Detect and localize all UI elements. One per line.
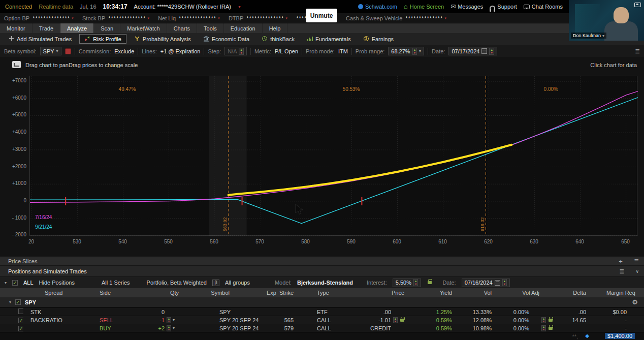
prob-mode-value[interactable]: ITM: [338, 48, 348, 54]
tab-scan[interactable]: Scan: [94, 23, 120, 33]
collapse-section-icon[interactable]: ∨: [635, 269, 639, 274]
column-header-side[interactable]: Side: [84, 290, 135, 296]
table-row[interactable]: STK0SPYETF.001.25%13.33%0.00%.00$0.00: [0, 308, 644, 316]
symbol-link-icon[interactable]: [65, 48, 71, 54]
chart-settings-icon[interactable]: [12, 61, 21, 68]
tab-education[interactable]: Education: [224, 23, 263, 33]
subtab-add-simulated-trades[interactable]: Add Simulated Trades: [4, 34, 76, 44]
subtab-fundamentals[interactable]: Fundamentals: [302, 34, 356, 44]
account-dropdown-icon[interactable]: ▼: [238, 5, 241, 9]
tab-tools[interactable]: Tools: [197, 23, 224, 33]
all-checkbox[interactable]: ✓: [12, 280, 18, 286]
column-header-type[interactable]: Type: [306, 290, 335, 296]
support-button[interactable]: Support: [490, 4, 517, 10]
positions-menu-icon[interactable]: ≣: [619, 268, 624, 275]
subtab-risk-profile[interactable]: Risk Profile: [79, 34, 126, 44]
gear-icon[interactable]: ⚙: [632, 298, 638, 306]
model-select[interactable]: Bjerksund-Stensland: [297, 280, 353, 286]
reveal-balance-icon[interactable]: ▼: [444, 17, 447, 20]
stepper[interactable]: ▲▼: [393, 317, 398, 323]
messages-button[interactable]: ✉Messages: [450, 3, 483, 10]
portfolio-mode-button[interactable]: Portfolio, Beta Weighted: [147, 280, 207, 286]
lock-icon[interactable]: [428, 281, 432, 284]
lock-icon[interactable]: [400, 319, 404, 322]
subtab-economic-data[interactable]: Economic Data: [199, 34, 254, 44]
panel-menu-icon[interactable]: ≣: [635, 48, 640, 55]
hide-positions-button[interactable]: Hide Positions: [39, 280, 75, 286]
add-price-slice-icon[interactable]: +: [619, 258, 623, 265]
symbol-group-row[interactable]: ▾ ✓ SPY ⚙: [0, 297, 644, 307]
column-header-symbol[interactable]: Symbol: [184, 290, 231, 296]
step-input[interactable]: N/A▲▼: [224, 47, 247, 55]
commission-value[interactable]: Exclude: [114, 48, 134, 54]
stepper[interactable]: ▲▼: [541, 325, 546, 331]
reveal-balance-icon[interactable]: ▼: [147, 17, 150, 20]
risk-profile-chart[interactable]: 563.02619.32: [30, 76, 638, 236]
stepper[interactable]: ▲▼: [412, 48, 417, 55]
schwab-link[interactable]: Schwab.com: [358, 4, 397, 10]
max-profit-value[interactable]: $1,400.00: [605, 333, 635, 339]
risk-profile-plot[interactable]: 563.02619.32 49.47%50.53%0.00%7/16/249/2…: [29, 76, 637, 236]
table-row[interactable]: ✓BUY+2▲▼▾SPY20 SEP 24579CALLCREDIT0.59%1…: [0, 324, 644, 332]
stepper[interactable]: ▲▼: [239, 48, 243, 55]
positions-date-input[interactable]: 07/16/2024▲▼: [462, 279, 510, 287]
subtab-probability-analysis[interactable]: Probability Analysis: [130, 34, 196, 44]
tab-trade[interactable]: Trade: [33, 23, 60, 33]
lines-value[interactable]: +1 @ Expiration: [160, 48, 201, 54]
column-header-exp[interactable]: Exp: [231, 290, 277, 296]
positions-section-bar[interactable]: Positions and Simulated Trades ≣ ∨: [0, 265, 644, 276]
price-slices-bar[interactable]: Price Slices + ≣: [0, 257, 644, 265]
column-header-vol-adj[interactable]: Vol Adj: [498, 290, 562, 296]
group-checkbox[interactable]: ✓: [15, 299, 21, 305]
column-header-spread[interactable]: Spread: [23, 290, 84, 296]
stepper[interactable]: ▲▼: [502, 279, 507, 286]
prob-range-input[interactable]: 68.27%▲▼▾: [388, 47, 424, 55]
table-row[interactable]: ✓BACKRATIOSELL-1▲▼▾SPY20 SEP 24565CALL-1…: [0, 316, 644, 324]
lock-icon[interactable]: [549, 319, 553, 322]
dropdown-arrow-icon[interactable]: ▾: [173, 326, 175, 330]
tab-marketwatch[interactable]: MarketWatch: [120, 23, 167, 33]
column-header-qty[interactable]: Qty: [135, 290, 184, 296]
beta-symbol-select[interactable]: SPY▾: [40, 47, 61, 55]
unmute-button[interactable]: Unmute: [306, 9, 337, 22]
reveal-balance-icon[interactable]: ▼: [217, 17, 220, 20]
stepper[interactable]: ▲▼: [167, 325, 171, 331]
groups-filter-button[interactable]: All groups: [225, 280, 250, 286]
beta-weighting-icon[interactable]: β: [212, 280, 219, 286]
column-header-margin-req[interactable]: Margin Req: [606, 290, 644, 296]
chat-rooms-button[interactable]: Chat Rooms: [524, 4, 563, 10]
screen-share-icon[interactable]: [634, 3, 641, 7]
row-checkbox[interactable]: ✓: [18, 326, 23, 331]
stepper[interactable]: ▲▼: [167, 317, 171, 323]
column-header-price[interactable]: Price: [335, 290, 414, 296]
column-header-vol[interactable]: Vol: [455, 290, 498, 296]
metric-value[interactable]: P/L Open: [275, 48, 298, 54]
tab-help[interactable]: Help: [263, 23, 288, 33]
column-header-delta[interactable]: Delta: [562, 290, 606, 296]
tab-charts[interactable]: Charts: [167, 23, 197, 33]
stepper[interactable]: ▲▼: [489, 48, 494, 55]
calendar-icon[interactable]: [495, 280, 500, 286]
interest-input[interactable]: 5.50%▲▼: [393, 279, 422, 287]
home-screen-link[interactable]: ⌂Home Screen: [404, 4, 444, 10]
stepper[interactable]: ▲▼: [541, 317, 546, 323]
row-checkbox[interactable]: ✓: [18, 318, 23, 323]
tab-analyze[interactable]: Analyze: [60, 23, 94, 33]
tab-monitor[interactable]: Monitor: [0, 23, 33, 33]
chevron-down-icon[interactable]: ▾: [9, 300, 11, 304]
account-selector[interactable]: Account: *****429SCHW (Rollover IRA): [134, 4, 231, 10]
subtab-thinkback[interactable]: thinkBack: [257, 34, 299, 44]
column-header-strike[interactable]: Strike: [277, 290, 306, 296]
subtab-earnings[interactable]: Earnings: [359, 34, 398, 44]
date-input[interactable]: 07/17/2024▲▼: [448, 47, 497, 55]
dropdown-arrow-icon[interactable]: ▾: [173, 318, 175, 322]
row-checkbox[interactable]: [18, 308, 23, 314]
lock-icon[interactable]: [549, 327, 553, 330]
reveal-balance-icon[interactable]: ▼: [285, 17, 288, 20]
column-header-yield[interactable]: Yield: [414, 290, 455, 296]
price-slices-menu-icon[interactable]: ≣: [634, 258, 639, 265]
series-filter-button[interactable]: All 1 Series: [102, 280, 130, 286]
reveal-balance-icon[interactable]: ▼: [71, 17, 74, 20]
chevron-down-icon[interactable]: ▾: [5, 281, 7, 285]
stepper[interactable]: ▲▼: [413, 279, 418, 286]
